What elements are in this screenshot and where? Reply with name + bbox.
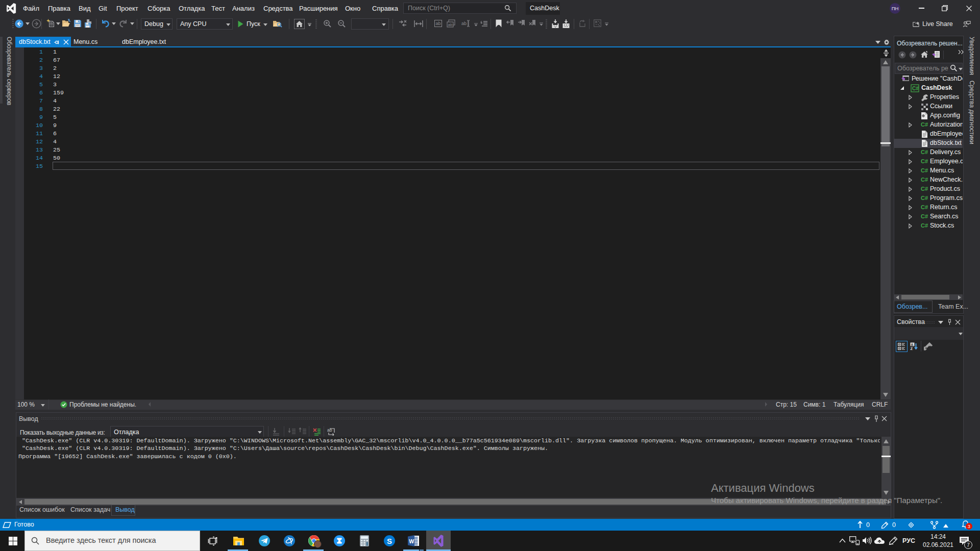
svg-text:S: S bbox=[387, 537, 392, 545]
svg-text:C#: C# bbox=[912, 86, 919, 91]
svg-text:Z: Z bbox=[911, 346, 913, 350]
svg-text:ab: ab bbox=[448, 22, 453, 27]
svg-text:ab: ab bbox=[436, 21, 441, 26]
svg-text:A: A bbox=[911, 343, 914, 346]
svg-text:W: W bbox=[409, 538, 414, 544]
svg-text:ab: ab bbox=[461, 21, 467, 26]
